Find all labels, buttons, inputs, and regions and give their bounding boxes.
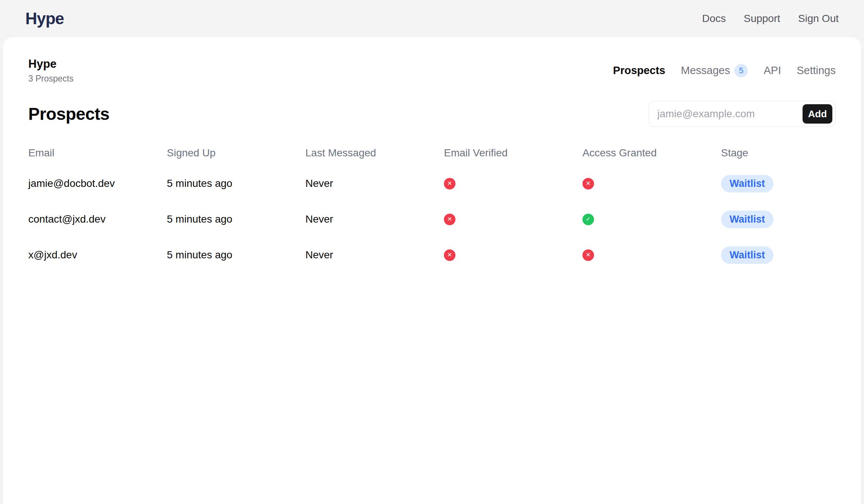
table-row: x@jxd.dev5 minutes agoNever✕✕Waitlist	[28, 237, 836, 273]
x-circle-icon: ✕	[582, 178, 594, 189]
cell-email: contact@jxd.dev	[28, 213, 167, 225]
column-header-email: Email	[28, 147, 167, 159]
column-header-stage: Stage	[721, 147, 836, 159]
column-header-access-granted: Access Granted	[582, 147, 721, 159]
project-info: Hype 3 Prospects	[28, 57, 73, 84]
cell-stage: Waitlist	[721, 211, 836, 228]
tab-prospects[interactable]: Prospects	[613, 64, 665, 77]
topbar: Hype Docs Support Sign Out	[0, 0, 864, 37]
cell-last-messaged: Never	[305, 213, 444, 225]
toolbar: Prospects Add	[28, 101, 836, 127]
column-header-last-messaged: Last Messaged	[305, 147, 444, 159]
x-circle-icon: ✕	[444, 249, 455, 261]
table-row: jamie@docbot.dev5 minutes agoNever✕✕Wait…	[28, 166, 836, 201]
cell-stage: Waitlist	[721, 246, 836, 264]
column-header-email-verified: Email Verified	[444, 147, 582, 159]
tab-label: Prospects	[613, 64, 665, 77]
project-title: Hype	[28, 57, 73, 71]
cell-email: x@jxd.dev	[28, 249, 167, 261]
stage-badge[interactable]: Waitlist	[721, 211, 774, 228]
app-logo[interactable]: Hype	[25, 9, 64, 28]
card-header: Hype 3 Prospects ProspectsMessages5APISe…	[28, 57, 836, 84]
add-prospect-group: Add	[649, 101, 836, 127]
x-circle-icon: ✕	[582, 249, 594, 261]
tab-label: Settings	[797, 64, 836, 77]
nav-link-docs[interactable]: Docs	[702, 13, 726, 25]
stage-badge[interactable]: Waitlist	[721, 175, 774, 192]
table-header-row: Email Signed Up Last Messaged Email Veri…	[28, 147, 836, 159]
cell-email-verified: ✕	[444, 178, 582, 189]
column-header-signed-up: Signed Up	[167, 147, 305, 159]
main-card: Hype 3 Prospects ProspectsMessages5APISe…	[3, 37, 861, 504]
cell-email-verified: ✕	[444, 214, 582, 225]
x-circle-icon: ✕	[444, 214, 455, 225]
tab-api[interactable]: API	[763, 64, 781, 77]
tab-bar: ProspectsMessages5APISettings	[613, 64, 836, 77]
nav-link-sign-out[interactable]: Sign Out	[798, 13, 839, 25]
cell-access-granted: ✕	[582, 249, 721, 261]
table-body: jamie@docbot.dev5 minutes agoNever✕✕Wait…	[28, 166, 836, 273]
cell-access-granted: ✕	[582, 178, 721, 189]
tab-messages[interactable]: Messages5	[681, 64, 748, 77]
cell-last-messaged: Never	[305, 178, 444, 189]
check-circle-icon: ✓	[582, 214, 594, 225]
cell-email: jamie@docbot.dev	[28, 178, 167, 189]
cell-last-messaged: Never	[305, 249, 444, 261]
cell-signed-up: 5 minutes ago	[167, 249, 305, 261]
project-subtitle: 3 Prospects	[28, 74, 73, 84]
unread-count-badge: 5	[734, 64, 748, 77]
stage-badge[interactable]: Waitlist	[721, 246, 774, 264]
page-title: Prospects	[28, 104, 109, 124]
nav-link-support[interactable]: Support	[744, 13, 780, 25]
cell-signed-up: 5 minutes ago	[167, 178, 305, 189]
tab-settings[interactable]: Settings	[797, 64, 836, 77]
add-button[interactable]: Add	[803, 104, 832, 124]
table-row: contact@jxd.dev5 minutes agoNever✕✓Waitl…	[28, 201, 836, 237]
cell-signed-up: 5 minutes ago	[167, 213, 305, 225]
prospects-table: Email Signed Up Last Messaged Email Veri…	[28, 147, 836, 273]
tab-label: Messages	[681, 64, 730, 77]
cell-stage: Waitlist	[721, 175, 836, 192]
top-navigation: Docs Support Sign Out	[702, 13, 839, 25]
cell-access-granted: ✓	[582, 214, 721, 225]
x-circle-icon: ✕	[444, 178, 455, 189]
tab-label: API	[763, 64, 781, 77]
cell-email-verified: ✕	[444, 249, 582, 261]
